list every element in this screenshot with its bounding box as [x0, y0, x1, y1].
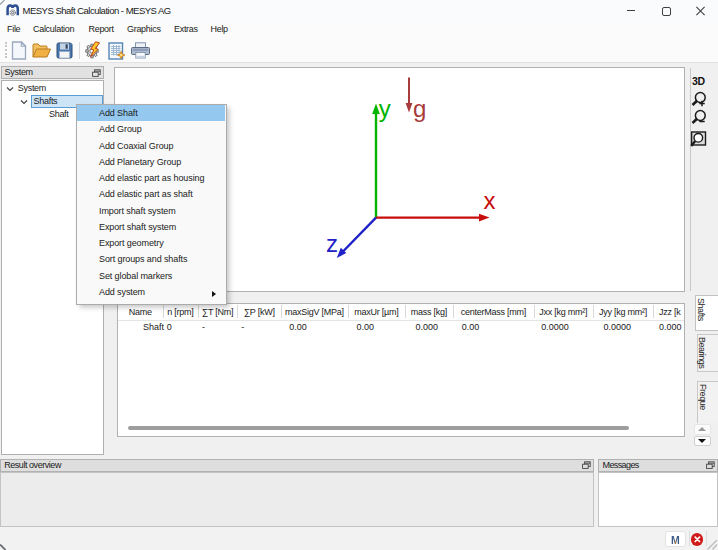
svg-text:y: y	[379, 95, 391, 122]
svg-text:x: x	[484, 187, 496, 214]
svg-text:z: z	[326, 230, 338, 257]
svg-text:g: g	[413, 95, 426, 122]
